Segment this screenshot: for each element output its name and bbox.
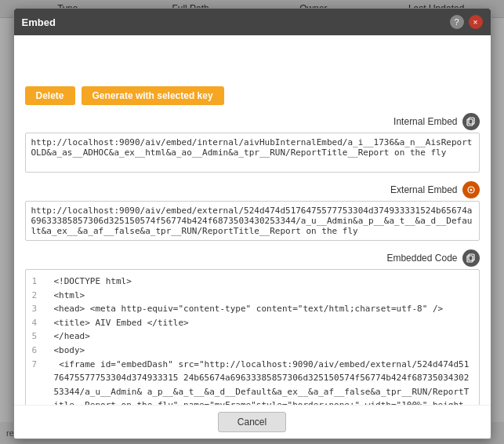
line-text: </head> [54,329,90,344]
line-number: 2 [32,289,48,303]
embedded-code-label: Embedded Code [386,253,457,264]
delete-button[interactable]: Delete [25,86,75,105]
line-text: <!DOCTYPE html> [54,275,132,289]
line-number: 1 [32,275,48,289]
code-line: 2<html> [32,289,473,303]
code-line: 4<title> AIV Embed </title> [32,316,473,330]
external-embed-label-row: External Embed [25,181,480,198]
action-row: Delete Generate with selected key [25,86,480,105]
svg-rect-5 [469,254,474,260]
modal-title: Embed [22,16,56,28]
line-text: <iframe id="embedDash" src="http://local… [54,358,473,405]
line-number: 7 [32,358,48,405]
modal-body: Delete Generate with selected key Intern… [14,35,491,405]
line-text: <html> [54,289,85,303]
code-line: 5</head> [32,329,473,344]
svg-rect-4 [467,256,473,262]
internal-embed-textarea[interactable]: http://localhost:9090/aiv/embed/internal… [25,133,480,173]
external-embed-textarea[interactable]: http://localhost:9090/aiv/embed/external… [25,201,480,241]
help-button[interactable]: ? [450,15,464,29]
internal-embed-label-row: Internal Embed [25,113,480,130]
svg-rect-1 [469,118,474,124]
code-content[interactable]: 1<!DOCTYPE html>2<html>3<head> <meta htt… [26,270,479,405]
code-line: 3<head> <meta http-equiv="content-type" … [32,302,473,316]
line-number: 4 [32,316,48,330]
line-text: <title> AIV Embed </title> [54,316,189,330]
modal-overlay: Embed ? × Delete Generate with selected … [0,0,504,444]
top-space [25,43,480,86]
code-line: 1<!DOCTYPE html> [32,275,473,289]
internal-copy-button[interactable] [462,113,480,130]
close-button[interactable]: × [469,15,483,29]
embed-modal: Embed ? × Delete Generate with selected … [13,8,491,439]
embedded-code-block: 1<!DOCTYPE html>2<html>3<head> <meta htt… [25,269,480,405]
cancel-button[interactable]: Cancel [218,412,286,432]
line-text: <body> [54,344,85,358]
internal-embed-label: Internal Embed [393,116,457,127]
external-copy-button[interactable] [462,181,480,198]
embedded-code-copy-button[interactable] [462,249,480,267]
line-number: 3 [32,302,48,316]
line-text: <head> <meta http-equiv="content-type" c… [54,302,444,316]
embedded-code-label-row: Embedded Code [25,249,480,267]
svg-rect-0 [467,119,473,126]
line-number: 5 [32,329,48,344]
code-line: 6<body> [32,344,473,358]
titlebar-icons: ? × [450,15,483,29]
code-line: 7 <iframe id="embedDash" src="http://loc… [32,358,473,405]
svg-point-3 [470,189,472,191]
generate-button[interactable]: Generate with selected key [82,86,224,105]
modal-footer: Cancel [14,405,491,439]
external-embed-label: External Embed [390,184,457,195]
line-number: 6 [32,344,48,358]
modal-titlebar: Embed ? × [14,9,491,35]
